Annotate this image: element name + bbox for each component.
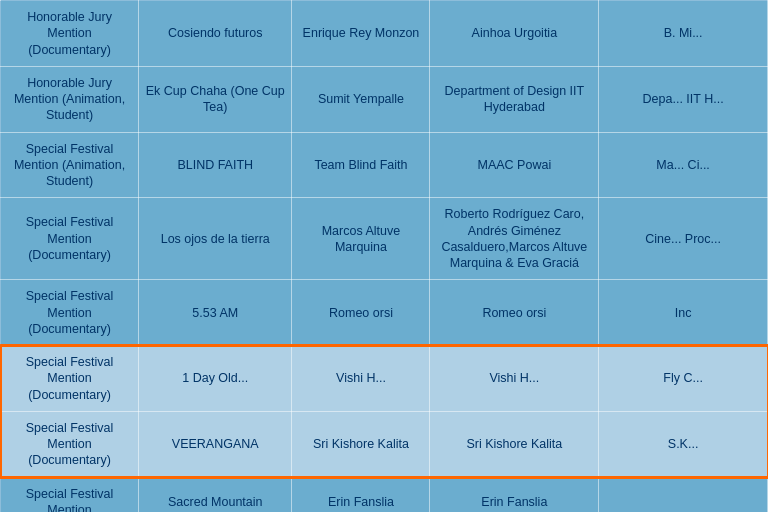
cell-row6-col2: Sri Kishore Kalita <box>292 411 430 477</box>
table-row: Special Festival Mention (Documentary)Lo… <box>1 198 768 280</box>
cell-row3-col2: Marcos Altuve Marquina <box>292 198 430 280</box>
table-container: Honorable Jury Mention (Documentary)Cosi… <box>0 0 768 512</box>
cell-row4-col3: Romeo orsi <box>430 280 599 346</box>
cell-row1-col2: Sumit Yempalle <box>292 66 430 132</box>
cell-row0-col4: B. Mi... <box>599 1 768 67</box>
table-row: Special Festival Mention (Animation, Stu… <box>1 132 768 198</box>
table-row: Special Festival MentionSacred MountainE… <box>1 477 768 512</box>
table-row: Special Festival Mention (Documentary)VE… <box>1 411 768 477</box>
cell-row1-col3: Department of Design IIT Hyderabad <box>430 66 599 132</box>
cell-row6-col3: Sri Kishore Kalita <box>430 411 599 477</box>
table-row: Special Festival Mention (Documentary)1 … <box>1 346 768 412</box>
cell-row0-col2: Enrique Rey Monzon <box>292 1 430 67</box>
cell-row6-col1: VEERANGANA <box>139 411 292 477</box>
table-row: Special Festival Mention (Documentary)5.… <box>1 280 768 346</box>
cell-row5-col1: 1 Day Old... <box>139 346 292 412</box>
cell-row3-col3: Roberto Rodríguez Caro, Andrés Giménez C… <box>430 198 599 280</box>
cell-row5-col4: Fly C... <box>599 346 768 412</box>
cell-row1-col1: Ek Cup Chaha (One Cup Tea) <box>139 66 292 132</box>
cell-row7-col3: Erin Fanslia <box>430 477 599 512</box>
cell-row3-col0: Special Festival Mention (Documentary) <box>1 198 139 280</box>
cell-row2-col1: BLIND FAITH <box>139 132 292 198</box>
cell-row7-col2: Erin Fanslia <box>292 477 430 512</box>
cell-row5-col0: Special Festival Mention (Documentary) <box>1 346 139 412</box>
cell-row4-col0: Special Festival Mention (Documentary) <box>1 280 139 346</box>
cell-row2-col0: Special Festival Mention (Animation, Stu… <box>1 132 139 198</box>
cell-row2-col3: MAAC Powai <box>430 132 599 198</box>
table-row: Honorable Jury Mention (Animation, Stude… <box>1 66 768 132</box>
cell-row2-col4: Ma... Ci... <box>599 132 768 198</box>
cell-row0-col1: Cosiendo futuros <box>139 1 292 67</box>
cell-row5-col2: Vishi H... <box>292 346 430 412</box>
cell-row3-col1: Los ojos de la tierra <box>139 198 292 280</box>
cell-row4-col1: 5.53 AM <box>139 280 292 346</box>
cell-row4-col4: Inc <box>599 280 768 346</box>
cell-row7-col1: Sacred Mountain <box>139 477 292 512</box>
cell-row4-col2: Romeo orsi <box>292 280 430 346</box>
cell-row1-col4: Depa... IIT H... <box>599 66 768 132</box>
cell-row0-col3: Ainhoa Urgoitia <box>430 1 599 67</box>
cell-row0-col0: Honorable Jury Mention (Documentary) <box>1 1 139 67</box>
cell-row6-col0: Special Festival Mention (Documentary) <box>1 411 139 477</box>
cell-row3-col4: Cine... Proc... <box>599 198 768 280</box>
cell-row7-col4 <box>599 477 768 512</box>
cell-row6-col4: S.K... <box>599 411 768 477</box>
cell-row5-col3: Vishi H... <box>430 346 599 412</box>
awards-table: Honorable Jury Mention (Documentary)Cosi… <box>0 0 768 512</box>
table-row: Honorable Jury Mention (Documentary)Cosi… <box>1 1 768 67</box>
cell-row2-col2: Team Blind Faith <box>292 132 430 198</box>
cell-row7-col0: Special Festival Mention <box>1 477 139 512</box>
cell-row1-col0: Honorable Jury Mention (Animation, Stude… <box>1 66 139 132</box>
